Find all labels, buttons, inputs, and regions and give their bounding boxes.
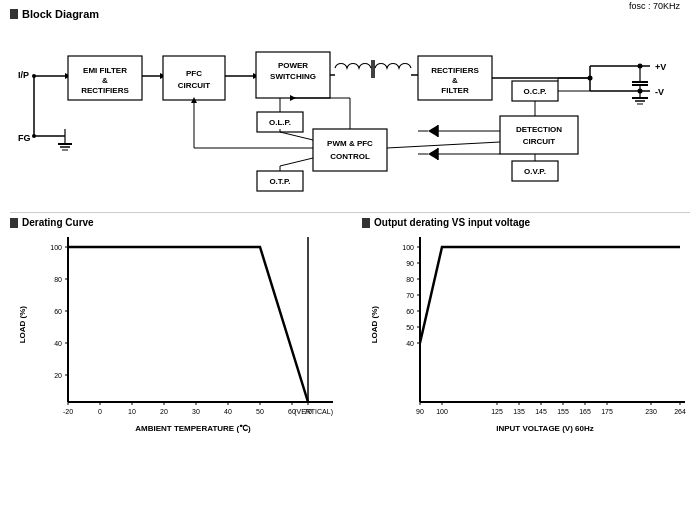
page: Block Diagram fosc : 70KHz I/P FG EMI FI…: [0, 0, 700, 522]
emi-box-line1: EMI FILTER: [83, 66, 127, 75]
svg-line-65: [280, 132, 313, 140]
svg-marker-47: [428, 148, 438, 160]
output-derating-y-title: LOAD (%): [366, 232, 382, 417]
ps-box-line1: POWER: [278, 61, 308, 70]
svg-text:100: 100: [436, 408, 448, 415]
svg-text:40: 40: [406, 340, 414, 347]
svg-text:70: 70: [406, 292, 414, 299]
rf-box-line1: RECTIFIERS: [431, 66, 479, 75]
svg-text:145: 145: [535, 408, 547, 415]
emi-box-line3: RECTIFIERS: [81, 86, 129, 95]
svg-text:60: 60: [54, 308, 62, 315]
fosc-label: fosc : 70KHz: [629, 1, 680, 11]
svg-text:50: 50: [256, 408, 264, 415]
title-icon-2: [10, 218, 18, 228]
svg-text:100: 100: [50, 244, 62, 251]
ocp-box: O.C.P.: [524, 87, 547, 96]
pwm-box-line1: PWM & PFC: [327, 139, 373, 148]
ip-label: I/P: [18, 70, 29, 80]
output-derating-section: Output derating VS input voltage LOAD (%…: [362, 217, 700, 433]
derating-y-axis-title: LOAD (%): [14, 232, 30, 417]
svg-text:-20: -20: [63, 408, 73, 415]
svg-text:10: 10: [128, 408, 136, 415]
svg-text:135: 135: [513, 408, 525, 415]
det-box-line1: DETECTION: [516, 125, 562, 134]
rf-box-line2: &: [452, 76, 458, 85]
ovp-box: O.V.P.: [524, 167, 546, 176]
output-derating-title: Output derating VS input voltage: [362, 217, 700, 228]
svg-text:165: 165: [579, 408, 591, 415]
title-icon: [10, 9, 18, 19]
svg-point-60: [32, 74, 36, 78]
olp-box: O.L.P.: [269, 118, 291, 127]
svg-text:40: 40: [224, 408, 232, 415]
svg-text:230: 230: [645, 408, 657, 415]
svg-text:100: 100: [402, 244, 414, 251]
svg-marker-43: [428, 125, 438, 137]
svg-text:90: 90: [406, 260, 414, 267]
svg-text:20: 20: [160, 408, 168, 415]
svg-rect-35: [313, 129, 387, 171]
svg-text:80: 80: [54, 276, 62, 283]
svg-text:175: 175: [601, 408, 613, 415]
svg-text:60: 60: [406, 308, 414, 315]
svg-line-67: [280, 158, 313, 166]
output-derating-chart-svg: 100 90 80 70 60 50: [390, 232, 700, 432]
svg-text:0: 0: [98, 408, 102, 415]
ps-box-line2: SWITCHING: [270, 72, 316, 81]
block-diagram-section: Block Diagram fosc : 70KHz I/P FG EMI FI…: [10, 8, 690, 213]
block-diagram-svg: I/P FG EMI FILTER & RECTIFIERS PFC CIRCU…: [10, 26, 700, 204]
svg-text:(VERTICAL): (VERTICAL): [294, 408, 333, 416]
derating-chart-svg: 100 80 60 40 20 -20: [38, 232, 348, 432]
det-box-line2: CIRCUIT: [523, 137, 556, 146]
derating-curve-section: Derating Curve LOAD (%) 100 80: [10, 217, 352, 433]
svg-text:80: 80: [406, 276, 414, 283]
block-diagram-title: Block Diagram fosc : 70KHz: [10, 8, 690, 20]
svg-text:90: 90: [416, 408, 424, 415]
svg-line-69: [387, 142, 500, 148]
bottom-sections: Derating Curve LOAD (%) 100 80: [10, 217, 690, 433]
svg-rect-31: [500, 116, 578, 154]
svg-text:30: 30: [192, 408, 200, 415]
svg-text:155: 155: [557, 408, 569, 415]
rf-box-line3: FILTER: [441, 86, 469, 95]
fg-label: FG: [18, 133, 31, 143]
plus-v-label: +V: [655, 62, 666, 72]
title-icon-3: [362, 218, 370, 228]
svg-text:125: 125: [491, 408, 503, 415]
pfc-box-line2: CIRCUIT: [178, 81, 211, 90]
svg-text:20: 20: [54, 372, 62, 379]
svg-text:264: 264: [674, 408, 686, 415]
svg-text:50: 50: [406, 324, 414, 331]
minus-v-label: -V: [655, 87, 664, 97]
emi-box-line2: &: [102, 76, 108, 85]
pwm-box-line2: CONTROL: [330, 152, 370, 161]
svg-rect-5: [163, 56, 225, 100]
svg-text:40: 40: [54, 340, 62, 347]
derating-curve-title: Derating Curve: [10, 217, 352, 228]
otp-box: O.T.P.: [269, 177, 290, 186]
pfc-box-line1: PFC: [186, 69, 202, 78]
